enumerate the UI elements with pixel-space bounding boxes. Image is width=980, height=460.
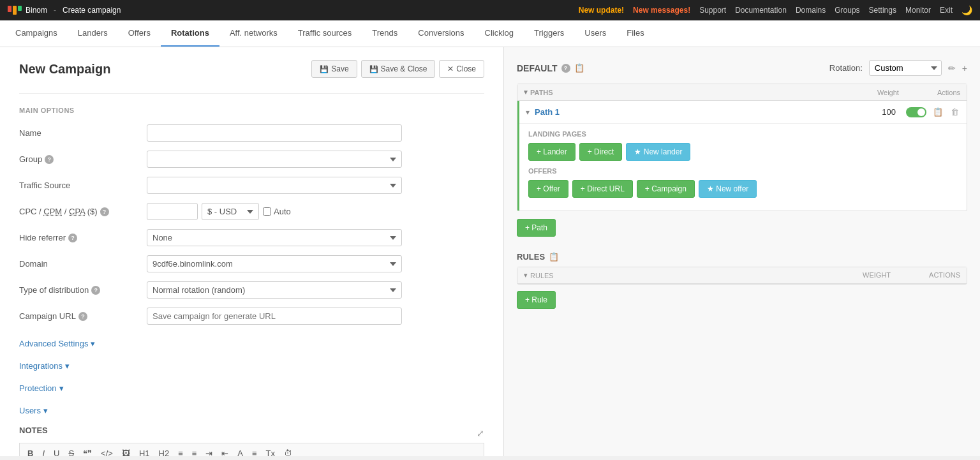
save-icon: 💾 [320, 65, 329, 73]
notes-ordered-list-btn[interactable]: ≡ [175, 447, 186, 456]
group-info-icon: ? [45, 155, 54, 164]
traffic-source-select[interactable] [147, 177, 402, 194]
new-lander-btn[interactable]: ★ New lander [626, 143, 690, 161]
protection-toggle[interactable]: Protection ▾ [19, 378, 484, 398]
rotation-label: Rotation: [829, 63, 863, 73]
notes-unordered-list-btn[interactable]: ≡ [189, 447, 200, 456]
name-input[interactable] [147, 124, 402, 142]
auto-checkbox[interactable] [263, 207, 271, 216]
tab-trends[interactable]: Trends [362, 20, 408, 47]
notes-expand-icon[interactable]: ⤢ [477, 428, 484, 438]
new-offer-btn[interactable]: ★ New offer [699, 180, 757, 198]
paths-header: ▾ Weight PATHS Weight Actions [517, 84, 967, 101]
notes-section: NOTES ⤢ B I U S ❝❞ </> 🖼 H1 H2 ≡ ≡ ⇥ ⇤ [19, 426, 484, 456]
add-path-btn[interactable]: + Path [517, 219, 556, 237]
topbar-link-domains[interactable]: Domains [796, 6, 826, 15]
save-close-button[interactable]: 💾 Save & Close [361, 60, 436, 78]
rotation-edit-btn[interactable]: ✏ [948, 63, 956, 73]
add-rule-btn[interactable]: + Rule [517, 291, 556, 309]
tab-conversions[interactable]: Conversions [408, 20, 474, 47]
distribution-label: Type of distribution ? [19, 285, 147, 295]
rules-table: ▾ RULES Weight Actions [517, 267, 967, 285]
alert-new-update[interactable]: New update! [579, 6, 624, 15]
campaign-url-input[interactable] [147, 308, 402, 325]
notes-indent-btn[interactable]: ⇥ [203, 447, 215, 456]
add-offer-btn[interactable]: + Offer [528, 180, 568, 198]
tab-aff-networks[interactable]: Aff. networks [219, 20, 288, 47]
lp-buttons: + Lander + Direct ★ New lander [528, 143, 958, 161]
notes-underline-btn[interactable]: U [51, 447, 62, 456]
path-copy-btn[interactable]: 📋 [932, 106, 944, 118]
page-header: New Campaign 💾 Save 💾 Save & Close ✕ Clo… [19, 60, 484, 78]
tab-landers[interactable]: Landers [68, 20, 118, 47]
rules-col-name: ▾ RULES [524, 271, 863, 279]
tab-users[interactable]: Users [574, 20, 616, 47]
topbar-link-settings[interactable]: Settings [869, 6, 896, 15]
close-button[interactable]: ✕ Close [439, 60, 484, 78]
topbar-link-documentation[interactable]: Documentation [735, 6, 787, 15]
notes-bold-btn[interactable]: B [25, 447, 36, 456]
tab-triggers[interactable]: Triggers [524, 20, 574, 47]
users-section: Users ▾ [19, 401, 484, 420]
rotation-select[interactable]: Custom Random Sequential Weight-based [869, 60, 942, 76]
currency-select[interactable]: $ - USD € - EUR £ - GBP [202, 203, 259, 220]
notes-image-btn[interactable]: 🖼 [119, 447, 133, 456]
domain-select[interactable]: 9cdf6e.binomlink.com [147, 255, 402, 272]
alert-new-messages[interactable]: New messages! [633, 6, 690, 15]
add-lander-btn[interactable]: + Lander [528, 143, 575, 161]
cpc-row: CPC / CPM / CPA ($) ? $ - USD € - EUR £ … [19, 203, 484, 220]
integrations-section: Integrations ▾ [19, 356, 484, 376]
path-toggle[interactable] [906, 107, 926, 117]
save-close-icon: 💾 [369, 65, 378, 73]
rules-copy-icon[interactable]: 📋 [549, 252, 559, 262]
distribution-select[interactable]: Normal rotation (random) Weight-based Se… [147, 281, 402, 299]
notes-italic-btn[interactable]: I [40, 447, 47, 456]
advanced-settings-toggle[interactable]: Advanced Settings ▾ [19, 334, 484, 353]
integrations-toggle[interactable]: Integrations ▾ [19, 356, 484, 376]
group-select[interactable] [147, 151, 402, 168]
hide-referrer-select[interactable]: None Meta refresh Double meta refresh JS [147, 229, 402, 246]
tab-traffic-sources[interactable]: Traffic sources [288, 20, 362, 47]
hide-referrer-label: Hide referrer ? [19, 233, 147, 242]
notes-clear-btn[interactable]: Tx [264, 447, 278, 456]
save-button[interactable]: 💾 Save [311, 60, 357, 78]
tab-campaigns[interactable]: Campaigns [5, 20, 68, 47]
notes-code-btn[interactable]: </> [98, 447, 115, 456]
tab-offers[interactable]: Offers [118, 20, 161, 47]
path-chevron-icon[interactable]: ▾ [526, 108, 530, 117]
notes-strikethrough-btn[interactable]: S [66, 447, 77, 456]
cpc-input[interactable] [147, 203, 198, 220]
topbar-link-support[interactable]: Support [699, 6, 726, 15]
notes-time-btn[interactable]: ⏱ [281, 447, 295, 456]
notes-quote-btn[interactable]: ❝❞ [80, 447, 94, 456]
topbar-link-monitor[interactable]: Monitor [905, 6, 931, 15]
rules-chevron-icon[interactable]: ▾ [524, 271, 528, 279]
notes-h1-btn[interactable]: H1 [137, 447, 152, 456]
topbar-link-exit[interactable]: Exit [940, 6, 953, 15]
theme-toggle-icon[interactable]: 🌙 [961, 5, 972, 15]
add-campaign-btn[interactable]: + Campaign [637, 180, 695, 198]
distribution-info-icon: ? [91, 286, 100, 295]
rules-col-actions: Actions [929, 271, 960, 279]
domain-label: Domain [19, 259, 147, 269]
topbar-link-groups[interactable]: Groups [835, 6, 859, 15]
paths-actions-header: Actions [937, 89, 960, 96]
tab-files[interactable]: Files [616, 20, 654, 47]
notes-align-btn[interactable]: ≡ [249, 447, 260, 456]
notes-color-btn[interactable]: A [235, 447, 246, 456]
tab-clicklog[interactable]: Clicklog [475, 20, 524, 47]
add-direct-url-btn[interactable]: + Direct URL [572, 180, 633, 198]
topbar-page-title: Create campaign [63, 6, 121, 15]
path-delete-btn[interactable]: 🗑 [949, 106, 960, 118]
rotation-add-btn[interactable]: + [962, 63, 967, 73]
group-row: Group ? [19, 151, 484, 168]
add-direct-btn[interactable]: + Direct [579, 143, 623, 161]
offers-title: OFFERS [528, 167, 958, 175]
default-copy-icon[interactable]: 📋 [574, 63, 584, 73]
notes-outdent-btn[interactable]: ⇤ [219, 447, 231, 456]
notes-h2-btn[interactable]: H2 [156, 447, 172, 456]
paths-chevron-icon[interactable]: ▾ [524, 88, 528, 96]
tab-rotations[interactable]: Rotations [161, 20, 219, 47]
users-toggle[interactable]: Users ▾ [19, 401, 484, 420]
paths-container: ▾ Weight PATHS Weight Actions ▾ Path 1 1… [517, 84, 967, 211]
